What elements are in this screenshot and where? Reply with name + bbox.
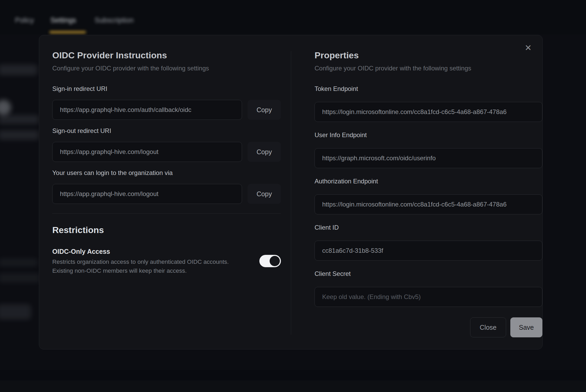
client-id-label: Client ID <box>315 223 542 232</box>
sign-in-redirect-input[interactable] <box>52 100 242 120</box>
sign-out-redirect-input[interactable] <box>52 142 242 162</box>
tab-settings[interactable]: Settings <box>50 16 76 24</box>
instructions-title: OIDC Provider Instructions <box>52 50 281 61</box>
user-info-endpoint-label: User Info Endpoint <box>315 131 542 140</box>
copy-sign-out-button[interactable]: Copy <box>248 142 281 162</box>
description-line-2: Existing non-OIDC members will keep thei… <box>52 266 239 275</box>
blurred-background-text <box>0 130 39 140</box>
authorization-endpoint-input[interactable] <box>315 194 542 214</box>
restrictions-title: Restrictions <box>52 225 281 235</box>
close-button[interactable]: Close <box>470 317 506 337</box>
client-id-input[interactable] <box>315 241 542 261</box>
oidc-only-access-label: OIDC-Only Access <box>52 247 239 255</box>
save-button[interactable]: Save <box>510 317 542 337</box>
oidc-only-access-row: OIDC-Only Access Restricts organization … <box>52 247 281 275</box>
copy-sign-in-button[interactable]: Copy <box>248 100 281 120</box>
page-lower-band <box>0 370 586 380</box>
restrictions-divider <box>52 213 281 214</box>
toggle-thumb <box>270 256 280 266</box>
modal-actions: Close Save <box>315 317 542 337</box>
client-secret-label: Client Secret <box>315 269 542 278</box>
copy-login-via-button[interactable]: Copy <box>248 184 281 204</box>
properties-column: Properties Configure your OIDC provider … <box>315 35 542 337</box>
properties-subtitle: Configure your OIDC provider with the fo… <box>315 64 542 73</box>
instructions-subtitle: Configure your OIDC provider with the fo… <box>52 64 281 73</box>
blurred-background-avatar <box>0 100 11 115</box>
oidc-only-access-description: Restricts organization access to only au… <box>52 257 239 275</box>
blurred-background-text <box>0 259 38 266</box>
blurred-background-text <box>0 65 37 75</box>
page-footer-band <box>0 380 586 392</box>
background-tab-bar: Policy Settings Subscription <box>0 0 586 34</box>
blurred-background-button <box>0 304 31 319</box>
sign-out-redirect-label: Sign-out redirect URI <box>52 126 281 135</box>
description-line-1: Restricts organization access to only au… <box>52 257 239 266</box>
properties-title: Properties <box>315 50 542 61</box>
login-via-label: Your users can login to the organization… <box>52 168 281 177</box>
token-endpoint-input[interactable] <box>315 102 542 122</box>
login-via-input[interactable] <box>52 184 242 204</box>
tab-subscription[interactable]: Subscription <box>95 16 134 24</box>
authorization-endpoint-label: Authorization Endpoint <box>315 177 542 186</box>
token-endpoint-label: Token Endpoint <box>315 84 542 93</box>
tab-policy[interactable]: Policy <box>15 16 34 24</box>
blurred-background-text <box>0 273 40 283</box>
active-tab-underline <box>49 31 86 33</box>
oidc-settings-modal: ✕ OIDC Provider Instructions Configure y… <box>39 35 543 349</box>
oidc-only-toggle[interactable] <box>259 255 281 267</box>
sign-in-redirect-label: Sign-in redirect URI <box>52 84 281 93</box>
blurred-background-text <box>0 115 39 124</box>
client-secret-input[interactable] <box>315 287 542 307</box>
column-divider <box>291 51 291 335</box>
instructions-column: OIDC Provider Instructions Configure you… <box>52 35 281 275</box>
user-info-endpoint-input[interactable] <box>315 148 542 168</box>
